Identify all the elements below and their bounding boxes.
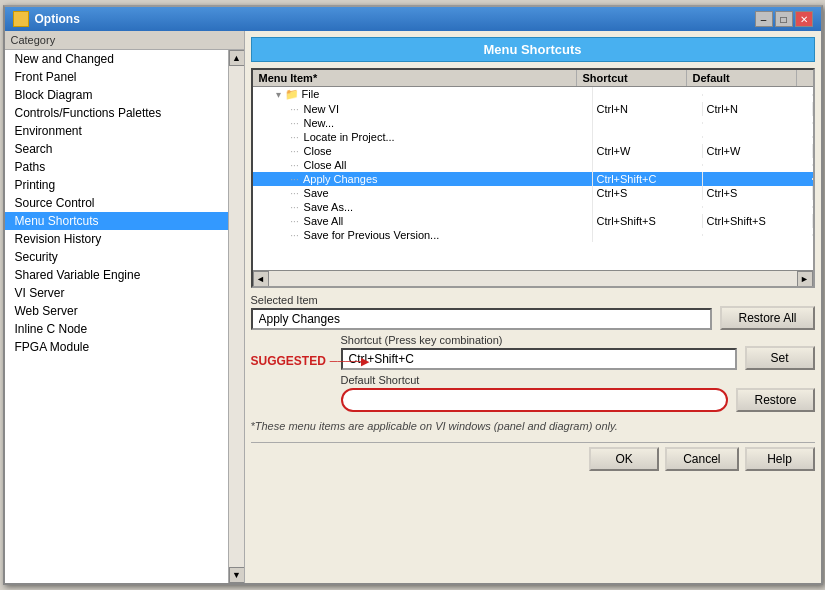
sidebar-item[interactable]: Search [5, 140, 228, 158]
td-default [703, 122, 813, 124]
td-shortcut [593, 234, 703, 236]
table-row[interactable]: ··· Save for Previous Version... [253, 228, 813, 242]
sidebar-item[interactable]: Environment [5, 122, 228, 140]
table-row[interactable]: ··· Locate in Project... [253, 130, 813, 144]
default-shortcut-label: Default Shortcut [341, 374, 729, 386]
suggested-annotation: SUGGESTED ────▶ [251, 354, 370, 368]
sidebar-item[interactable]: VI Server [5, 284, 228, 302]
sidebar-item[interactable]: Menu Shortcuts [5, 212, 228, 230]
window-title: Options [35, 12, 80, 26]
sidebar-item[interactable]: Security [5, 248, 228, 266]
menu-shortcuts-table: Menu Item* Shortcut Default ▾📁 File··· N… [251, 68, 815, 288]
sidebar-item[interactable]: Source Control [5, 194, 228, 212]
suggested-label: SUGGESTED [251, 354, 326, 368]
td-menu-item: ··· Save All [253, 214, 593, 228]
td-default [703, 234, 813, 236]
sidebar-item[interactable]: New and Changed [5, 50, 228, 68]
table-row[interactable]: ··· New VICtrl+NCtrl+N [253, 102, 813, 116]
table-row[interactable]: ··· Apply ChangesCtrl+Shift+C [253, 172, 813, 186]
selected-item-input[interactable] [251, 308, 713, 330]
footer-note: *These menu items are applicable on VI w… [251, 416, 815, 434]
table-row[interactable]: ··· Save As... [253, 200, 813, 214]
th-shortcut: Shortcut [577, 70, 687, 86]
sidebar-scroll-up[interactable]: ▲ [229, 50, 244, 66]
sidebar-item[interactable]: Web Server [5, 302, 228, 320]
table-row[interactable]: ··· Save AllCtrl+Shift+SCtrl+Shift+S [253, 214, 813, 228]
restore-all-button[interactable]: Restore All [720, 306, 814, 330]
sidebar-scroll-track[interactable] [229, 66, 244, 567]
help-button[interactable]: Help [745, 447, 815, 471]
sidebar-item[interactable]: Printing [5, 176, 228, 194]
th-menu-item: Menu Item* [253, 70, 577, 86]
td-default [703, 206, 813, 208]
bottom-buttons: OK Cancel Help [251, 442, 815, 473]
sidebar-item[interactable]: Block Diagram [5, 86, 228, 104]
arrow-right-icon: ────▶ [330, 355, 369, 368]
table-row[interactable]: ··· CloseCtrl+WCtrl+W [253, 144, 813, 158]
sidebar-scroll-down[interactable]: ▼ [229, 567, 244, 583]
td-default [703, 164, 813, 166]
selected-item-label: Selected Item [251, 294, 713, 306]
td-shortcut [593, 164, 703, 166]
shortcut-label: Shortcut (Press key combination) [341, 334, 737, 346]
sidebar-item[interactable]: Front Panel [5, 68, 228, 86]
hscroll-track[interactable] [269, 271, 797, 286]
th-default: Default [687, 70, 797, 86]
td-default [703, 94, 813, 96]
sidebar-item[interactable]: Shared Variable Engine [5, 266, 228, 284]
td-shortcut [593, 136, 703, 138]
default-shortcut-input[interactable] [341, 388, 729, 412]
shortcut-input[interactable] [341, 348, 737, 370]
hscroll-left[interactable]: ◄ [253, 271, 269, 287]
sidebar-item[interactable]: Inline C Node [5, 320, 228, 338]
td-shortcut [593, 122, 703, 124]
minimize-button[interactable]: – [755, 11, 773, 27]
td-menu-item: ··· Save As... [253, 200, 593, 214]
td-default: Ctrl+W [703, 144, 813, 158]
hscroll-right[interactable]: ► [797, 271, 813, 287]
close-button[interactable]: ✕ [795, 11, 813, 27]
table-body: ▾📁 File··· New VICtrl+NCtrl+N··· New...·… [253, 87, 813, 270]
td-default [703, 178, 813, 180]
bottom-section: Selected Item Restore All SUGGESTED ────… [251, 294, 815, 434]
td-menu-item: ▾📁 File [253, 87, 593, 102]
td-shortcut: Ctrl+Shift+C [593, 172, 703, 186]
td-shortcut [593, 206, 703, 208]
table-row[interactable]: ··· New... [253, 116, 813, 130]
sidebar-item[interactable]: FPGA Module [5, 338, 228, 356]
table-row[interactable]: ··· SaveCtrl+SCtrl+S [253, 186, 813, 200]
td-shortcut: Ctrl+N [593, 102, 703, 116]
maximize-button[interactable]: □ [775, 11, 793, 27]
td-shortcut [593, 94, 703, 96]
sidebar-header: Category [5, 31, 244, 50]
cancel-button[interactable]: Cancel [665, 447, 738, 471]
panel-title: Menu Shortcuts [251, 37, 815, 62]
sidebar-item[interactable]: Paths [5, 158, 228, 176]
restore-button[interactable]: Restore [736, 388, 814, 412]
selected-item-row: Selected Item Restore All [251, 294, 815, 330]
td-menu-item: ··· Close All [253, 158, 593, 172]
sidebar-list: New and ChangedFront PanelBlock DiagramC… [5, 50, 228, 583]
title-icon [13, 11, 29, 27]
options-window: Options – □ ✕ Category New and ChangedFr… [3, 5, 823, 585]
set-button[interactable]: Set [745, 346, 815, 370]
ok-button[interactable]: OK [589, 447, 659, 471]
td-default: Ctrl+Shift+S [703, 214, 813, 228]
default-shortcut-row: Default Shortcut Restore [251, 374, 815, 412]
td-shortcut: Ctrl+S [593, 186, 703, 200]
td-shortcut: Ctrl+W [593, 144, 703, 158]
table-row[interactable]: ▾📁 File [253, 87, 813, 102]
td-default: Ctrl+N [703, 102, 813, 116]
td-menu-item: ··· Save for Previous Version... [253, 228, 593, 242]
th-scroll-placeholder [797, 70, 813, 86]
sidebar-item[interactable]: Revision History [5, 230, 228, 248]
td-default: Ctrl+S [703, 186, 813, 200]
sidebar-item[interactable]: Controls/Functions Palettes [5, 104, 228, 122]
td-menu-item: ··· Save [253, 186, 593, 200]
td-menu-item: ··· Close [253, 144, 593, 158]
table-row[interactable]: ··· Close All [253, 158, 813, 172]
td-shortcut: Ctrl+Shift+S [593, 214, 703, 228]
td-menu-item: ··· Apply Changes [253, 172, 593, 186]
table-horizontal-scrollbar: ◄ ► [253, 270, 813, 286]
table-header: Menu Item* Shortcut Default [253, 70, 813, 87]
